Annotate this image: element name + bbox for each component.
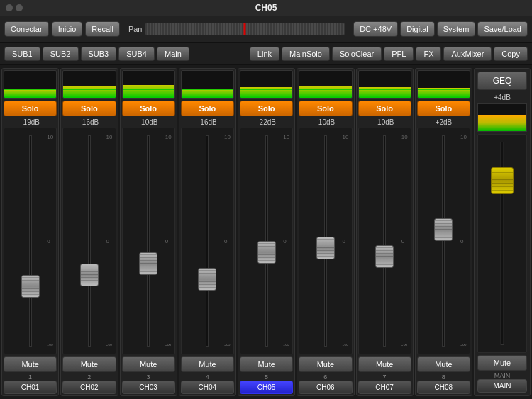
mute-button-ch08[interactable]: Mute [417, 356, 470, 372]
master-name-button[interactable]: MAIN [477, 379, 527, 393]
link-button[interactable]: Link [250, 47, 279, 61]
vu-line-ch06 [299, 89, 351, 90]
db-level-ch05: -22dB [257, 118, 276, 126]
db-level-ch08: +2dB [436, 118, 453, 126]
dc-48v-button[interactable]: DC +48V [353, 21, 398, 37]
win-min [16, 4, 23, 11]
solo-clear-button[interactable]: SoloClear [332, 47, 382, 61]
fader-area-ch05[interactable]: 100-∞ [240, 128, 293, 354]
fader-handle-ch01[interactable] [21, 275, 40, 298]
channel-name-button-ch06[interactable]: CH06 [299, 381, 352, 394]
db-level-ch01: -19dB [21, 118, 40, 126]
master-mute-button[interactable]: Mute [477, 355, 527, 371]
fader-scale-ch08: 100-∞ [460, 134, 467, 348]
main-solo-button[interactable]: MainSolo [282, 47, 330, 61]
fader-handle-ch08[interactable] [434, 218, 453, 241]
fader-handle-ch04[interactable] [198, 268, 216, 291]
solo-button-ch03[interactable]: Solo [122, 101, 175, 116]
channel-number-ch07: 7 [383, 373, 387, 381]
vu-meter-ch02 [62, 70, 116, 99]
digital-button[interactable]: Digital [400, 21, 435, 37]
fader-area-ch07[interactable]: 100-∞ [358, 128, 411, 354]
solo-button-ch07[interactable]: Solo [358, 101, 411, 116]
vu-meter-ch03 [122, 70, 175, 99]
geq-button[interactable]: GEQ [477, 72, 527, 90]
channel-name-button-ch03[interactable]: CH03 [122, 381, 175, 394]
fader-scale-ch02: 100-∞ [106, 134, 113, 348]
vu-meter-ch08 [417, 70, 470, 99]
pan-slider[interactable] [145, 23, 345, 35]
solo-button-ch06[interactable]: Solo [299, 101, 352, 116]
save-load-button[interactable]: Save/Load [477, 21, 528, 37]
vu-bar-ch04 [182, 89, 233, 98]
main-button[interactable]: Main [157, 47, 189, 61]
win-close [6, 4, 13, 11]
mute-button-ch01[interactable]: Mute [4, 356, 57, 372]
vu-meter-ch07 [358, 70, 411, 99]
aux-mixer-button[interactable]: AuxMixer [443, 47, 492, 61]
mute-button-ch03[interactable]: Mute [122, 356, 175, 372]
channel-strip-ch08: Solo+2dB100-∞Mute8CH08 [415, 68, 472, 396]
channel-strip-ch02: Solo-16dB100-∞Mute2CH02 [60, 68, 118, 396]
pfl-button[interactable]: PFL [384, 47, 414, 61]
master-fader-handle[interactable] [491, 167, 514, 194]
channel-strip-ch01: Solo-19dB100-∞Mute1CH01 [1, 68, 59, 396]
channel-name-button-ch02[interactable]: CH02 [62, 381, 116, 394]
master-fader-area[interactable] [477, 134, 527, 353]
copy-button[interactable]: Copy [494, 47, 528, 61]
mute-button-ch06[interactable]: Mute [299, 356, 352, 372]
fader-handle-ch03[interactable] [139, 252, 157, 275]
master-vu-bar [478, 115, 526, 131]
channel-name-button-ch05[interactable]: CH05 [240, 381, 293, 394]
sub1-button[interactable]: SUB1 [4, 47, 40, 61]
inicio-button[interactable]: Inicio [52, 21, 83, 37]
fader-scale-ch04: 100-∞ [224, 134, 231, 348]
fader-area-ch01[interactable]: 100-∞ [4, 128, 57, 354]
fader-handle-ch06[interactable] [316, 237, 335, 259]
sub4-button[interactable]: SUB4 [118, 47, 155, 61]
solo-button-ch02[interactable]: Solo [62, 101, 116, 116]
mute-button-ch05[interactable]: Mute [240, 356, 293, 372]
mute-button-ch04[interactable]: Mute [181, 356, 234, 372]
fader-track-ch07 [383, 135, 386, 347]
mute-button-ch02[interactable]: Mute [62, 356, 116, 372]
fader-area-ch04[interactable]: 100-∞ [181, 128, 234, 354]
sub2-button[interactable]: SUB2 [43, 47, 79, 61]
master-vu [477, 103, 527, 132]
vu-bar-ch03 [123, 85, 174, 98]
fader-scale-ch03: 100-∞ [165, 134, 172, 348]
channel-name-button-ch08[interactable]: CH08 [417, 381, 470, 394]
mute-button-ch07[interactable]: Mute [358, 356, 411, 372]
connect-button[interactable]: Conectar [4, 21, 49, 37]
fader-area-ch06[interactable]: 100-∞ [299, 128, 352, 354]
sub3-button[interactable]: SUB3 [81, 47, 117, 61]
fader-area-ch08[interactable]: 100-∞ [417, 128, 470, 354]
channel-name-button-ch04[interactable]: CH04 [181, 381, 234, 394]
pan-section: Pan [128, 23, 345, 35]
fader-handle-ch05[interactable] [257, 241, 276, 264]
master-db: +4dB [494, 94, 511, 101]
vu-bar-ch01 [4, 89, 56, 98]
fader-area-ch02[interactable]: 100-∞ [62, 128, 116, 354]
fader-track-ch04 [206, 135, 209, 347]
solo-button-ch08[interactable]: Solo [417, 101, 470, 116]
fx-button[interactable]: FX [416, 47, 441, 61]
fader-area-ch03[interactable]: 100-∞ [122, 128, 175, 354]
vu-line-ch02 [63, 89, 115, 90]
vu-meter-ch06 [299, 70, 352, 99]
top-bar: CH05 [0, 0, 532, 16]
window-controls [6, 4, 23, 11]
vu-meter-ch05 [240, 70, 293, 99]
channel-name-button-ch07[interactable]: CH07 [358, 381, 411, 394]
fader-handle-ch07[interactable] [375, 245, 394, 268]
solo-button-ch01[interactable]: Solo [4, 101, 57, 116]
btn-bar1: Conectar Inicio Recall Pan DC +48V Digit… [0, 16, 532, 43]
channel-number-ch01: 1 [28, 373, 32, 381]
channel-name-button-ch01[interactable]: CH01 [4, 381, 57, 394]
fader-handle-ch02[interactable] [80, 264, 99, 286]
vu-line-ch07 [359, 89, 411, 90]
solo-button-ch04[interactable]: Solo [181, 101, 234, 116]
recall-button[interactable]: Recall [85, 21, 120, 37]
solo-button-ch05[interactable]: Solo [240, 101, 293, 116]
system-button[interactable]: System [437, 21, 476, 37]
